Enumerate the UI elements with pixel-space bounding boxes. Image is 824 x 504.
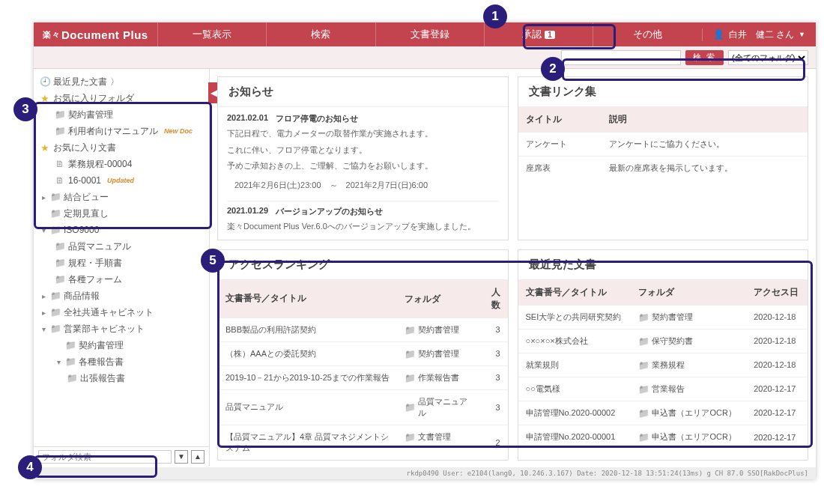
nav-register[interactable]: 文書登録 xyxy=(375,22,484,46)
notice-title: お知らせ xyxy=(218,77,508,107)
nav-approve-label: 承認 xyxy=(522,28,542,41)
folder-icon xyxy=(638,312,649,323)
user-name: 白井 健二 さん xyxy=(729,28,794,41)
search-button[interactable]: 検 索 xyxy=(685,50,724,65)
notice-2-header: 2021.01.29 バージョンアップのお知らせ xyxy=(227,206,499,217)
folder-icon xyxy=(638,336,649,347)
tree-item[interactable]: ▸全社共通キャビネット xyxy=(34,304,209,321)
tree-item[interactable]: 定期見直し xyxy=(34,205,209,222)
table-row[interactable]: 申請管理No.2020-00002申込書（エリアOCR）2020-12-17 xyxy=(518,401,808,425)
table-row[interactable]: 品質マニュアル品質マニュアル3 xyxy=(218,389,508,425)
notice-1-line: 下記日程で、電力メーターの取替作業が実施されます。 xyxy=(227,127,499,141)
tree-item[interactable]: 各種フォーム xyxy=(34,271,209,288)
recent-docs-link[interactable]: 最近見た文書 〉 xyxy=(34,73,209,90)
table-row[interactable]: BBB製品の利用許諾契約契約書管理3 xyxy=(218,318,508,341)
folder-icon xyxy=(55,258,65,268)
approve-badge: 1 xyxy=(545,31,555,39)
expand-icon[interactable]: ▸ xyxy=(40,292,47,300)
notice-1-line: これに伴い、フロア停電となります。 xyxy=(227,144,499,157)
tree-item[interactable]: ▾営業部キャビネット xyxy=(34,321,209,337)
search-input[interactable] xyxy=(561,50,681,65)
file-icon xyxy=(55,159,65,169)
table-row[interactable]: 【品質マニュアル】4章 品質マネジメントシステム文書管理2 xyxy=(218,425,508,460)
tree-item[interactable]: 契約書管理 xyxy=(34,337,209,353)
links-title: 文書リンク集 xyxy=(518,77,808,107)
table-row[interactable]: ○○電気様営業報告2020-12-17 xyxy=(518,377,808,401)
links-panel: 文書リンク集 タイトル説明 アンケートアンケートにご協力ください。 座席表最新の… xyxy=(518,76,809,240)
star-icon xyxy=(40,142,50,153)
clock-icon xyxy=(40,76,50,87)
top-nav: 一覧表示 検索 文書登録 承認 1 その他 xyxy=(157,22,702,46)
folder-icon xyxy=(55,241,65,252)
chevron-down-icon: ▼ xyxy=(799,31,805,38)
folder-icon xyxy=(405,373,415,383)
notice-1-header: 2021.02.01 フロア停電のお知らせ xyxy=(227,113,499,124)
folder-icon xyxy=(50,324,61,334)
folder-icon xyxy=(405,432,415,443)
fav-folder-header[interactable]: お気に入りフォルダ xyxy=(34,90,209,106)
recent-label: 最近見た文書 xyxy=(53,76,107,88)
folder-search-input[interactable] xyxy=(38,450,172,464)
nav-search[interactable]: 検索 xyxy=(266,22,375,46)
folder-icon xyxy=(50,291,61,301)
annotation-bubble-4: 4 xyxy=(18,455,42,479)
nav-other[interactable]: その他 xyxy=(593,22,701,46)
folder-icon xyxy=(638,384,649,395)
expand-icon[interactable]: ▸ xyxy=(40,193,47,201)
folder-tree[interactable]: 最近見た文書 〉 お気に入りフォルダ 契約書管理 利用者向けマニュアル New … xyxy=(34,69,209,446)
folder-search-up[interactable]: ▲ xyxy=(191,450,205,464)
table-row[interactable]: SEI大学との共同研究契約契約書管理2020-12-18 xyxy=(518,305,808,329)
annotation-bubble-2: 2 xyxy=(541,57,565,81)
tree-item[interactable]: ▸結合ビュー xyxy=(34,189,209,205)
collapse-icon[interactable]: ▾ xyxy=(55,358,62,366)
folder-search-down[interactable]: ▼ xyxy=(175,450,188,464)
table-row[interactable]: （株）AAAとの委託契約契約書管理3 xyxy=(218,341,508,365)
main-area: お知らせ 2021.02.01 フロア停電のお知らせ 下記日程で、電力メーターの… xyxy=(210,69,816,466)
notice-1-line: 予めご承知おきの上、ご理解、ご協力をお願いします。 xyxy=(227,160,499,173)
table-row[interactable]: 2019-10－21から2019-10-25までの作業報告作業報告書3 xyxy=(218,365,508,389)
folder-icon xyxy=(55,109,65,120)
notice-1-schedule: 2021年2月6日(土)23:00 ～ 2021年2月7日(日)6:00 xyxy=(234,179,499,192)
table-row[interactable]: 申請管理No.2020-00001申込書（エリアOCR）2020-12-17 xyxy=(518,425,808,449)
fav-doc-item[interactable]: 業務規程-00004 xyxy=(34,156,209,172)
notice-panel: お知らせ 2021.02.01 フロア停電のお知らせ 下記日程で、電力メーターの… xyxy=(217,76,509,240)
fav-folder-item[interactable]: 契約書管理 xyxy=(34,106,209,123)
recent-title: 最近見た文書 xyxy=(518,250,808,280)
ranking-title: アクセスランキング xyxy=(218,250,508,280)
folder-icon xyxy=(50,307,61,318)
chevron-right-icon: 〉 xyxy=(110,76,119,88)
fav-doc-item[interactable]: 16-0001 Updated xyxy=(34,172,209,189)
folder-icon xyxy=(638,408,649,419)
notice-2-line: 楽々Document Plus Ver.6.0へのバージョンアップを実施しました… xyxy=(227,220,499,234)
fav-doc-header[interactable]: お気に入り文書 xyxy=(34,139,209,156)
folder-icon xyxy=(405,325,415,336)
collapse-icon[interactable]: ▾ xyxy=(40,226,47,234)
tree-item[interactable]: ▾各種報告書 xyxy=(34,353,209,370)
folder-icon xyxy=(55,126,65,136)
table-row[interactable]: 座席表最新の座席表を掲示しています。 xyxy=(518,157,808,180)
folder-icon xyxy=(50,225,61,235)
header-bar: 楽々 Document Plus 一覧表示 検索 文書登録 承認 1 その他 👤… xyxy=(34,22,816,46)
table-row[interactable]: 就業規則業務規程2020-12-18 xyxy=(518,353,808,377)
nav-list[interactable]: 一覧表示 xyxy=(157,22,266,46)
collapse-icon[interactable]: ▾ xyxy=(40,325,47,333)
folder-icon xyxy=(65,356,76,367)
user-menu[interactable]: 👤 白井 健二 さん ▼ xyxy=(702,28,816,41)
table-row[interactable]: ○×○×○×株式会社保守契約書2020-12-18 xyxy=(518,329,808,353)
recent-panel: 最近見た文書 文書番号／タイトルフォルダアクセス日 SEI大学との共同研究契約契… xyxy=(518,249,809,461)
logo: 楽々 Document Plus xyxy=(34,28,157,41)
user-icon: 👤 xyxy=(713,29,724,40)
tree-item[interactable]: 出張報告書 xyxy=(34,370,209,386)
folder-scope-select[interactable]: (全てのフォルダ) xyxy=(728,50,808,65)
fav-folder-item[interactable]: 利用者向けマニュアル New Doc xyxy=(34,123,209,139)
folder-icon xyxy=(55,274,65,285)
recent-table: 文書番号／タイトルフォルダアクセス日 SEI大学との共同研究契約契約書管理202… xyxy=(518,280,808,449)
tree-item[interactable]: ▸商品情報 xyxy=(34,288,209,304)
ranking-panel: アクセスランキング 文書番号／タイトルフォルダ人数 BBB製品の利用許諾契約契約… xyxy=(217,249,509,461)
table-row[interactable]: アンケートアンケートにご協力ください。 xyxy=(518,133,808,157)
expand-icon[interactable]: ▸ xyxy=(40,309,47,317)
tree-item[interactable]: 品質マニュアル xyxy=(34,238,209,255)
tree-item[interactable]: ▾ISO9000 xyxy=(34,222,209,238)
tree-item[interactable]: 規程・手順書 xyxy=(34,255,209,271)
annotation-bubble-5: 5 xyxy=(201,249,225,273)
